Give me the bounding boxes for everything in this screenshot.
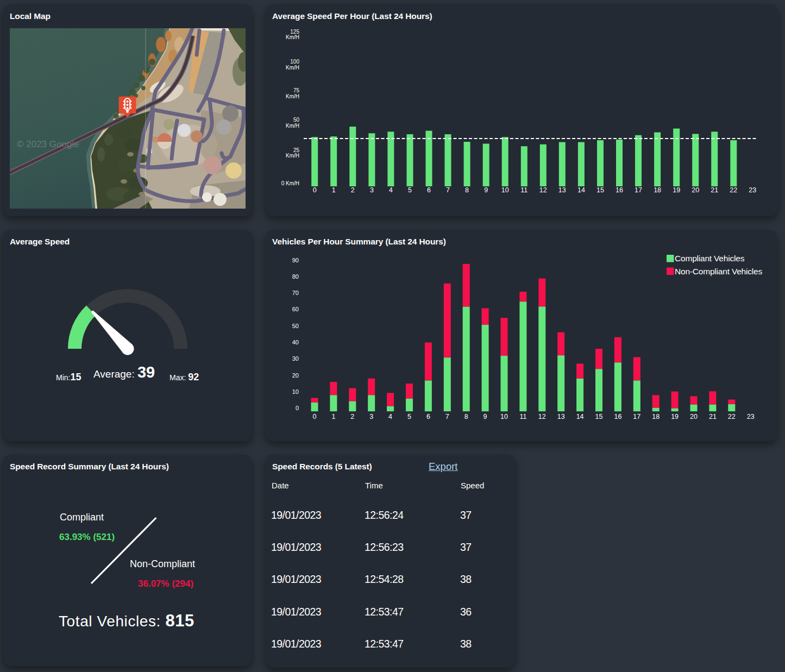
svg-text:16: 16	[614, 413, 621, 420]
svg-text:6: 6	[426, 413, 430, 420]
svg-text:5: 5	[408, 186, 412, 194]
svg-text:13: 13	[557, 413, 565, 420]
svg-text:7: 7	[446, 186, 450, 194]
svg-text:9: 9	[483, 413, 487, 420]
svg-text:15: 15	[595, 413, 603, 420]
svg-text:0: 0	[313, 186, 317, 194]
svg-text:3: 3	[369, 413, 373, 420]
svg-text:0: 0	[296, 405, 299, 411]
svg-text:2: 2	[350, 413, 354, 420]
svg-text:4: 4	[389, 186, 393, 194]
svg-text:7: 7	[445, 413, 449, 420]
svg-text:Km/H: Km/H	[286, 153, 299, 159]
svg-text:Km/H: Km/H	[286, 34, 299, 40]
svg-text:9: 9	[484, 186, 488, 194]
svg-text:5: 5	[407, 413, 411, 420]
svg-text:15: 15	[596, 186, 604, 194]
svg-text:11: 11	[519, 413, 526, 420]
svg-text:50: 50	[292, 323, 299, 329]
svg-text:12: 12	[538, 413, 546, 420]
svg-text:60: 60	[292, 306, 299, 312]
svg-text:18: 18	[654, 186, 661, 194]
svg-text:Km/H: Km/H	[286, 65, 299, 71]
svg-text:22: 22	[728, 413, 736, 420]
svg-text:8: 8	[465, 186, 469, 194]
svg-text:© 2023 Google: © 2023 Google	[17, 139, 79, 149]
svg-text:21: 21	[711, 186, 718, 194]
svg-text:10: 10	[500, 413, 508, 420]
svg-text:10: 10	[501, 186, 509, 194]
svg-text:14: 14	[577, 186, 585, 194]
svg-text:25: 25	[293, 147, 300, 153]
svg-text:Km/H: Km/H	[286, 123, 299, 129]
svg-text:8: 8	[464, 413, 468, 420]
svg-text:10: 10	[292, 388, 299, 395]
svg-text:Non-Compliant Vehicles: Non-Compliant Vehicles	[675, 267, 762, 276]
svg-text:23: 23	[749, 186, 756, 194]
svg-text:2: 2	[351, 186, 355, 194]
svg-text:17: 17	[635, 186, 642, 194]
svg-text:20: 20	[292, 372, 299, 379]
svg-text:14: 14	[576, 413, 584, 420]
svg-text:125: 125	[290, 29, 299, 35]
svg-text:30: 30	[292, 355, 299, 362]
svg-text:Compliant Vehicles: Compliant Vehicles	[675, 254, 745, 263]
svg-text:11: 11	[520, 186, 527, 194]
svg-text:20: 20	[692, 186, 699, 194]
svg-text:22: 22	[730, 186, 737, 194]
svg-text:0: 0	[313, 413, 317, 420]
svg-text:75: 75	[293, 87, 300, 93]
svg-text:1: 1	[331, 413, 335, 420]
svg-text:18: 18	[652, 413, 660, 420]
svg-text:13: 13	[558, 186, 566, 194]
svg-text:12: 12	[539, 186, 547, 194]
svg-text:0 Km/H: 0 Km/H	[281, 180, 299, 186]
svg-text:90: 90	[292, 257, 299, 263]
svg-text:40: 40	[292, 339, 299, 346]
svg-text:80: 80	[292, 273, 299, 280]
svg-text:20: 20	[690, 413, 698, 420]
svg-text:23: 23	[747, 413, 755, 420]
svg-text:17: 17	[633, 413, 640, 420]
svg-text:6: 6	[427, 186, 431, 194]
svg-text:3: 3	[370, 186, 374, 194]
svg-text:70: 70	[292, 290, 299, 296]
svg-text:4: 4	[388, 413, 392, 420]
svg-text:19: 19	[673, 186, 680, 194]
svg-text:16: 16	[616, 186, 623, 194]
svg-text:21: 21	[709, 413, 717, 420]
svg-text:19: 19	[671, 413, 679, 420]
svg-text:50: 50	[293, 117, 300, 123]
svg-text:100: 100	[290, 59, 299, 65]
svg-text:Km/H: Km/H	[286, 93, 299, 99]
svg-text:1: 1	[332, 186, 336, 194]
